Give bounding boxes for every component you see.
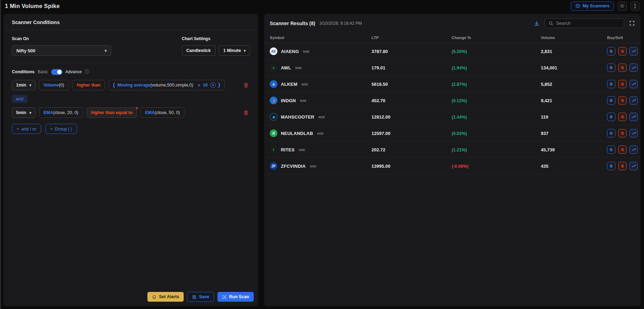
delete-condition-icon[interactable] [243,110,249,115]
sell-button[interactable]: S [618,80,627,88]
buy-button[interactable]: B [607,145,615,154]
delete-condition-icon[interactable] [243,82,249,88]
sell-button[interactable]: S [618,96,627,105]
column-header-change[interactable]: Change % [452,36,541,40]
condition-operator-1[interactable]: higher than [72,80,105,90]
table-row[interactable]: a ALKEM NSE 5616.50 (2.87%) 5,852 B S [264,76,641,92]
change-value: (5.20%) [452,49,467,54]
symbol-logo: N [270,129,277,137]
condition-operator-2[interactable]: higher than equal to × [86,107,137,118]
chart-button[interactable] [629,113,638,121]
symbol-name: INDGN [281,98,296,103]
change-value: (1.44%) [452,115,467,120]
timeframe-select-1[interactable]: 1min ▾ [12,80,36,90]
line-chart-icon [631,164,636,168]
and-connector-chip[interactable]: and [12,95,27,103]
ltp-value: 13995.00 [371,164,452,169]
divider [12,63,250,63]
sell-button[interactable]: S [618,47,627,55]
chart-type-button[interactable]: Candlestick [182,45,215,56]
interval-select[interactable]: 1 Minute ▾ [219,45,250,56]
set-alerts-button[interactable]: Set Alerts [147,292,184,302]
buy-button[interactable]: B [607,47,615,55]
condition-lhs-2[interactable]: EMA(close, 20, 0) [39,107,83,118]
chart-button[interactable] [629,63,638,72]
column-header-buysell: Buy/Sell [607,36,635,40]
chart-button[interactable] [629,129,638,137]
multiply-icon[interactable]: × [198,83,200,88]
symbol-name: AIAENG [281,49,299,54]
fullscreen-icon[interactable] [629,20,635,26]
buy-button[interactable]: B [607,162,615,170]
chevron-down-icon: ▾ [105,48,107,53]
table-row[interactable]: ◈ MAHSCOOTER NSE 12812.00 (1.44%) 119 B … [264,109,641,125]
exchange-label: NSE [299,148,305,152]
basic-advance-toggle[interactable] [51,69,62,75]
table-row[interactable]: N NEULANDLAB NSE 12597.00 (0.03%) 937 B … [264,125,641,142]
condition-row-2: 5min ▾ EMA(close, 20, 0) higher than equ… [12,107,250,118]
line-chart-icon [631,49,636,54]
save-button[interactable]: Save [187,292,214,302]
multiplier-value[interactable]: 10 [203,83,208,88]
timeframe-select-2[interactable]: 5min ▾ [12,107,36,118]
condition-lhs-1[interactable]: Volume(0) [39,80,69,90]
symbol-name: ZFCVINDIA [281,164,306,169]
chart-button[interactable] [629,96,638,105]
favorite-star-icon[interactable]: ☆ [618,1,627,11]
ltp-value: 202.72 [371,147,452,152]
add-operator-icon[interactable]: + [210,82,216,88]
volume-value: 9,421 [541,98,607,103]
symbol-logo: a [270,80,277,88]
remove-operator-icon[interactable]: × [136,106,138,111]
sell-button[interactable]: S [618,145,627,154]
exchange-label: NSE [319,115,325,119]
column-header-ltp[interactable]: LTP [371,36,452,40]
table-row[interactable]: ZF ZFCVINDIA NSE 13995.00 (-0.06%) 435 B… [264,158,641,174]
condition-rhs-group-1[interactable]: ( Moving average(volume,500,simple,0) × … [108,80,224,90]
change-value: (1.94%) [452,66,467,70]
symbol-logo: ZF [270,162,277,170]
chart-button[interactable] [629,162,638,170]
sell-button[interactable]: S [618,162,627,170]
symbol-name: AWL [281,65,291,70]
ltp-value: 179.01 [371,65,452,70]
table-row[interactable]: ≈ AWL NSE 179.01 (1.94%) 134,001 B S [264,60,641,76]
scan-on-select[interactable]: Nifty 500 ▾ [12,45,111,56]
table-row[interactable]: AE AIAENG NSE 3787.80 (5.20%) 2,831 B S [264,43,641,60]
conditions-panel-title: Scanner Conditions [3,14,258,30]
buy-button[interactable]: B [607,96,615,105]
line-chart-icon [631,115,636,119]
add-group-button[interactable]: + Group ( ) [45,124,77,134]
chart-button[interactable] [629,80,638,88]
search-box[interactable] [545,18,624,28]
save-floppy-icon [192,295,197,299]
download-icon[interactable] [534,20,540,27]
line-chart-icon [631,148,636,152]
bell-icon [152,295,156,299]
column-header-symbol[interactable]: Symbol [270,36,371,40]
sell-button[interactable]: S [618,113,627,121]
line-chart-icon [631,82,636,86]
line-chart-icon [631,131,636,136]
buy-button[interactable]: B [607,80,615,88]
table-row[interactable]: ▮ INDGN NSE 452.70 (0.12%) 9,421 B S [264,92,641,109]
sell-button[interactable]: S [618,63,627,72]
add-and-or-button[interactable]: + and / or [12,124,41,134]
basic-label: Basic [38,69,48,74]
buy-button[interactable]: B [607,129,615,137]
sell-button[interactable]: S [618,129,627,137]
chart-button[interactable] [629,47,638,55]
chart-button[interactable] [629,145,638,154]
condition-rhs-2[interactable]: EMA(close, 50, 0) [140,107,184,118]
buy-button[interactable]: B [607,113,615,121]
symbol-logo: ≈ [270,64,277,71]
run-scan-button[interactable]: Run Scan [217,292,254,302]
ltp-value: 5616.50 [371,82,452,87]
search-input[interactable] [556,21,620,26]
buy-button[interactable]: B [607,63,615,72]
kebab-menu-icon[interactable]: ⋮ [630,1,640,11]
my-scanners-button[interactable]: My Scanners [571,1,614,11]
table-row[interactable]: r RITES NSE 202.72 (1.21%) 45,739 B S [264,142,641,158]
column-header-volume[interactable]: Volume [541,36,607,40]
chevron-down-icon: ▾ [29,83,31,88]
